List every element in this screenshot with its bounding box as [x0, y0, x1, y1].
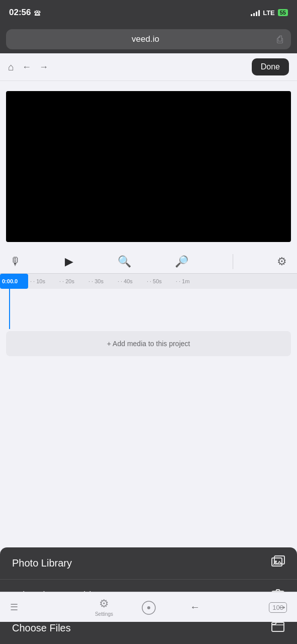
hamburger-icon[interactable]: ☰ — [10, 602, 18, 613]
settings-icon[interactable]: ⚙ — [277, 255, 287, 268]
lte-label: LTE — [263, 9, 275, 17]
url-text: veed.io — [14, 34, 277, 44]
add-media-button[interactable]: + Add media to this project — [6, 331, 291, 356]
playhead-line — [9, 289, 10, 329]
photo-library-option[interactable]: Photo Library — [0, 547, 297, 580]
transport-controls: 🎙 ▶ 🔍 🔎 ⚙ — [0, 250, 297, 274]
battery-icon: 55 — [278, 9, 288, 16]
zoom-in-icon[interactable]: 🔎 — [175, 255, 188, 268]
forward-icon[interactable]: → — [39, 62, 48, 72]
back-nav-icon[interactable]: ← — [190, 601, 200, 613]
video-area — [0, 81, 297, 242]
settings-button[interactable]: ⚙ Settings — [95, 597, 113, 617]
divider — [233, 254, 233, 269]
video-player — [6, 91, 291, 242]
signal-bars — [251, 9, 260, 16]
address-bar[interactable]: veed.io ⎙ — [6, 29, 291, 49]
nav-bar: ⌂ ← → Done — [0, 53, 297, 81]
hotel-icon: 🛎 — [34, 9, 41, 17]
time-display: 02:56 — [9, 8, 31, 18]
status-right: LTE 55 — [251, 9, 288, 17]
settings-label: Settings — [95, 611, 113, 617]
svg-point-7 — [147, 606, 150, 609]
bottom-toolbar: ☰ ⚙ Settings ← → 100 — [0, 592, 297, 622]
home-circle-icon[interactable] — [142, 601, 156, 615]
add-media-label: + Add media to this project — [107, 340, 190, 348]
controls-area: 🎙 ▶ 🔍 🔎 ⚙ 0:00.0 · · 10s · · 20s · · 30s… — [0, 242, 297, 358]
choose-files-label: Choose Files — [12, 622, 71, 634]
current-time: 0:00.0 — [2, 278, 18, 284]
timeline-marker[interactable]: 0:00.0 — [0, 274, 28, 289]
photo-library-icon — [271, 555, 285, 572]
files-icon — [271, 619, 285, 636]
tabs-count[interactable]: 100 — [269, 602, 287, 613]
microphone-icon[interactable]: 🎙 — [10, 255, 21, 268]
status-time: 02:56 🛎 — [9, 8, 41, 18]
home-icon[interactable]: ⌂ — [8, 61, 14, 73]
back-icon[interactable]: ← — [22, 62, 31, 72]
browser-chrome: veed.io ⎙ — [0, 25, 297, 53]
status-bar: 02:56 🛎 LTE 55 — [0, 0, 297, 25]
play-button[interactable]: ▶ — [65, 255, 73, 268]
photo-library-label: Photo Library — [12, 557, 72, 569]
action-sheet-overlay: Photo Library Take Photo or Video — [0, 547, 297, 644]
settings-gear-icon: ⚙ — [99, 597, 109, 610]
ruler-ticks: · · 10s · · 20s · · 30s · · 40s · · 50s … — [30, 278, 204, 284]
timeline-ruler: 0:00.0 · · 10s · · 20s · · 30s · · 40s ·… — [0, 274, 297, 289]
zoom-out-icon[interactable]: 🔍 — [118, 255, 131, 268]
battery-level: 55 — [278, 9, 288, 16]
svg-rect-5 — [272, 622, 284, 631]
done-button[interactable]: Done — [252, 58, 289, 75]
timeline-track — [0, 289, 297, 329]
timeline-container: 0:00.0 · · 10s · · 20s · · 30s · · 40s ·… — [0, 274, 297, 358]
nav-left: ⌂ ← → — [8, 61, 48, 73]
share-icon[interactable]: ⎙ — [277, 34, 283, 45]
